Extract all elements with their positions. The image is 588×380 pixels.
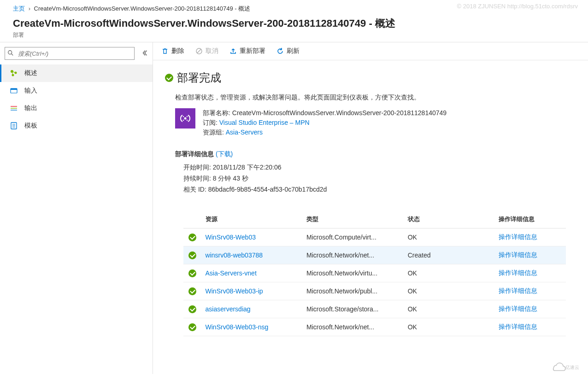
resource-type: Microsoft.Network/virtu... — [303, 264, 404, 282]
resources-table: 资源 类型 状态 操作详细信息 WinSrv08-Web03Microsoft.… — [183, 210, 566, 336]
sidebar-item-template[interactable]: 模板 — [0, 117, 153, 134]
success-icon — [165, 74, 173, 82]
svg-point-0 — [8, 51, 12, 54]
redeploy-button[interactable]: 重新部署 — [229, 47, 265, 55]
deployment-icon — [175, 108, 195, 129]
sidebar-item-label: 模板 — [24, 122, 37, 130]
svg-line-1 — [12, 54, 13, 56]
svg-point-21 — [183, 120, 184, 121]
details-block: 开始时间: 2018/11/28 下午2:20:06 持续时间: 8 分钟 43… — [165, 162, 576, 195]
outputs-icon — [10, 104, 18, 112]
sidebar-item-inputs[interactable]: 输入 — [0, 82, 153, 99]
sidebar-item-label: 输入 — [24, 87, 37, 95]
breadcrumb-current: CreateVm-MicrosoftWindowsServer.WindowsS… — [34, 5, 251, 12]
resource-status: OK — [404, 264, 495, 282]
inputs-icon — [10, 87, 18, 95]
table-row[interactable]: Asia-Servers-vnetMicrosoft.Network/virtu… — [183, 264, 566, 282]
row-success-icon — [188, 251, 196, 259]
sidebar-item-outputs[interactable]: 输出 — [0, 99, 153, 117]
resource-status: OK — [404, 300, 495, 318]
row-success-icon — [188, 234, 196, 241]
operation-details-link[interactable]: 操作详细信息 — [499, 233, 537, 240]
cancel-button: 取消 — [195, 47, 218, 55]
resource-link[interactable]: asiaserversdiag — [206, 305, 251, 313]
th-op: 操作详细信息 — [495, 210, 566, 228]
delete-label: 删除 — [171, 47, 184, 55]
page-title: CreateVm-MicrosoftWindowsServer.WindowsS… — [0, 15, 588, 31]
subscription-label: 订阅: — [203, 119, 218, 126]
svg-line-17 — [197, 49, 201, 53]
resource-type: Microsoft.Storage/stora... — [303, 300, 404, 318]
row-success-icon — [188, 287, 196, 295]
collapse-sidebar-button[interactable] — [141, 50, 148, 58]
table-row[interactable]: WinSrv08-Web03Microsoft.Compute/virt...O… — [183, 228, 566, 246]
table-row[interactable]: WinSrv08-Web03-nsgMicrosoft.Network/net.… — [183, 318, 566, 336]
resource-status: OK — [404, 318, 495, 336]
start-value: 2018/11/28 下午2:20:06 — [213, 164, 282, 171]
breadcrumb-sep: › — [29, 5, 30, 12]
resource-link[interactable]: WinSrv08-Web03-ip — [206, 287, 263, 295]
operation-details-link[interactable]: 操作详细信息 — [499, 323, 537, 330]
search-input[interactable] — [5, 47, 135, 60]
correlation-id-label: 相关 ID: — [183, 186, 206, 193]
resource-link[interactable]: WinSrv08-Web03-nsg — [206, 323, 269, 331]
download-link[interactable]: (下载) — [216, 150, 233, 158]
start-label: 开始时间: — [183, 164, 211, 171]
sidebar-item-overview[interactable]: 概述 — [0, 64, 153, 82]
correlation-id-value: 86bdacf6-9b85-4554-af53-0c70b17bcd2d — [208, 186, 327, 193]
resource-group-label: 资源组: — [203, 129, 224, 136]
details-header: 部署详细信息 (下载) — [165, 150, 576, 158]
table-row[interactable]: WinSrv08-Web03-ipMicrosoft.Network/publ.… — [183, 282, 566, 300]
details-header-label: 部署详细信息 — [175, 150, 214, 158]
breadcrumb: 主页 › CreateVm-MicrosoftWindowsServer.Win… — [0, 0, 588, 15]
search-icon — [7, 50, 14, 58]
template-icon — [10, 122, 18, 130]
operation-details-link[interactable]: 操作详细信息 — [499, 305, 537, 312]
resource-type: Microsoft.Network/net... — [303, 318, 404, 336]
summary-lines: 部署名称: CreateVm-MicrosoftWindowsServer.Wi… — [203, 108, 447, 137]
table-row[interactable]: winsrv08-web03788Microsoft.Network/net..… — [183, 246, 566, 264]
deploy-name-label: 部署名称: — [203, 109, 230, 117]
th-type: 类型 — [303, 210, 404, 228]
svg-point-22 — [187, 120, 188, 121]
subscription-link[interactable]: Visual Studio Enterprise – MPN — [219, 119, 310, 126]
sidebar-item-label: 输出 — [24, 104, 37, 112]
delete-button[interactable]: 删除 — [161, 47, 184, 55]
resource-status: OK — [404, 282, 495, 300]
resource-group-link[interactable]: Asia-Servers — [226, 129, 263, 136]
th-resource: 资源 — [202, 210, 303, 228]
svg-point-18 — [184, 117, 187, 120]
resource-link[interactable]: WinSrv08-Web03 — [206, 234, 256, 241]
duration-value: 8 分钟 43 秒 — [213, 175, 248, 182]
status-description: 检查部署状态，管理资源，或解决部署问题。将此页面固定到仪表板，方便下次查找。 — [165, 92, 576, 108]
toolbar: 删除 取消 重新部署 刷新 — [153, 42, 588, 60]
main-pane: 删除 取消 重新部署 刷新 部署完成 检查部署状态，管理资源，或解决部署问题。将… — [153, 42, 588, 374]
operation-details-link[interactable]: 操作详细信息 — [499, 251, 537, 258]
search-wrap — [5, 47, 138, 60]
svg-rect-8 — [11, 88, 17, 90]
row-success-icon — [188, 269, 196, 277]
th-status: 状态 — [404, 210, 495, 228]
resource-link[interactable]: winsrv08-web03788 — [206, 251, 263, 259]
svg-point-20 — [187, 116, 188, 117]
resource-status: Created — [404, 246, 495, 264]
breadcrumb-home-link[interactable]: 主页 — [13, 5, 25, 12]
operation-details-link[interactable]: 操作详细信息 — [499, 287, 537, 294]
sidebar-item-label: 概述 — [24, 69, 37, 77]
resource-type: Microsoft.Network/net... — [303, 246, 404, 264]
refresh-button[interactable]: 刷新 — [276, 47, 300, 55]
redeploy-label: 重新部署 — [240, 47, 265, 55]
refresh-label: 刷新 — [287, 47, 300, 55]
table-row[interactable]: asiaserversdiagMicrosoft.Storage/stora..… — [183, 300, 566, 318]
duration-label: 持续时间: — [183, 175, 211, 182]
resource-type: Microsoft.Network/publ... — [303, 282, 404, 300]
row-success-icon — [188, 323, 196, 331]
page-subtitle: 部署 — [0, 31, 588, 42]
sidebar: 概述 输入 输出 模板 — [0, 42, 153, 374]
status-title: 部署完成 — [177, 70, 221, 85]
resource-link[interactable]: Asia-Servers-vnet — [206, 269, 257, 277]
resource-status: OK — [404, 228, 495, 246]
operation-details-link[interactable]: 操作详细信息 — [499, 269, 537, 276]
row-success-icon — [188, 305, 196, 313]
deploy-name-value: CreateVm-MicrosoftWindowsServer.WindowsS… — [232, 109, 447, 117]
